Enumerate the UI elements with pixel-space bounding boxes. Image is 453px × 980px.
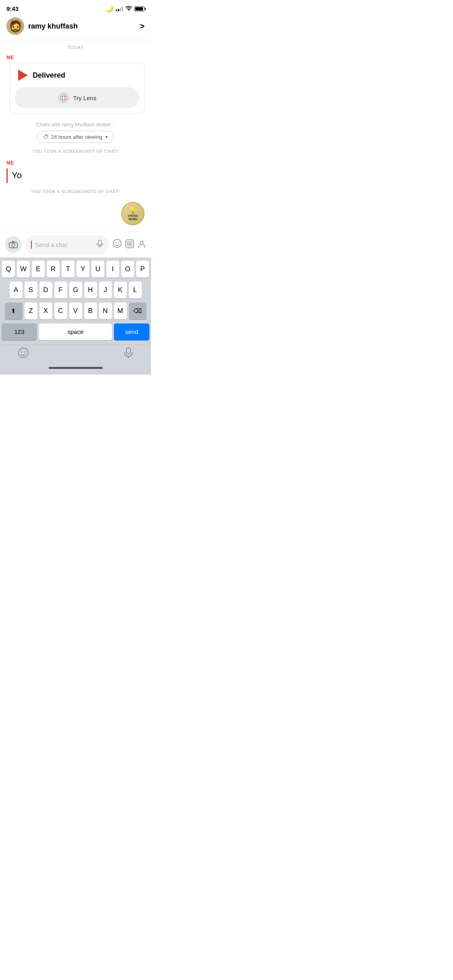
status-bar: 9:43 🌙 [0,0,151,14]
svg-point-4 [62,99,62,99]
text-cursor [31,241,32,249]
snap-card[interactable]: Delivered Try Lens [10,63,145,113]
svg-point-21 [25,351,26,352]
key-t[interactable]: T [62,261,74,278]
camera-icon [9,241,18,248]
key-b[interactable]: B [84,303,97,319]
key-e[interactable]: E [32,261,45,278]
key-p[interactable]: P [136,261,149,278]
contact-name[interactable]: ramy khuffash [28,22,140,31]
keyboard-row-2: A S D F G H J K L [2,282,149,299]
key-space[interactable]: space [39,323,112,340]
me-label-chat: ME [0,159,151,167]
key-h[interactable]: H [84,282,97,299]
header-chevron-right-icon[interactable]: > [140,22,145,31]
key-s[interactable]: S [25,282,37,299]
input-bar: Send a chat [0,232,151,257]
key-c[interactable]: C [54,303,67,319]
svg-point-19 [19,348,28,358]
svg-point-20 [21,351,22,352]
svg-rect-22 [126,348,130,354]
chat-input-placeholder: Send a chat [35,241,93,248]
camera-button[interactable] [5,236,22,253]
mic-button[interactable] [97,240,103,250]
play-icon [18,70,28,81]
keyboard-dictation-button[interactable] [124,347,133,361]
delivered-text: Delivered [33,71,65,80]
svg-point-12 [118,242,119,243]
svg-point-18 [140,241,143,244]
moon-icon: 🌙 [105,5,114,12]
chat-input-field[interactable]: Send a chat [25,235,109,254]
lens-icon [58,92,69,103]
key-f[interactable]: F [54,282,67,299]
keyboard-row-1: Q W E R T Y U I O P [2,261,149,278]
battery-icon [134,6,145,11]
emoji-button[interactable] [112,239,122,251]
svg-point-10 [113,239,121,247]
svg-rect-16 [127,244,129,246]
svg-rect-17 [130,244,132,246]
key-l[interactable]: L [129,282,142,299]
key-g[interactable]: G [69,282,82,299]
wifi-icon [126,6,132,12]
svg-point-2 [62,96,62,97]
svg-point-11 [115,242,116,243]
keyboard-row-3: ⬆ Z X C V B N M ⌫ [2,303,149,319]
key-i[interactable]: I [106,261,119,278]
home-bar [49,367,103,369]
chat-message-yo: Yo [0,167,151,185]
keyboard-row-4: 123 space send [2,323,149,340]
crossword-sticker[interactable]: 💡 CROSSWORD [121,202,145,225]
key-k[interactable]: K [114,282,127,299]
key-numbers[interactable]: 123 [2,323,37,340]
key-j[interactable]: J [99,282,112,299]
key-n[interactable]: N [99,303,112,319]
svg-rect-13 [126,240,134,248]
red-bar-indicator [6,168,8,183]
chat-area: TODAY ME Delivered Try Lens Chats wi [0,40,151,232]
key-v[interactable]: V [69,303,82,319]
stickers-button[interactable] [125,239,134,250]
keyboard: Q W E R T Y U I O P A S D F G H J K L ⬆ … [0,257,151,375]
svg-point-1 [62,97,65,99]
key-y[interactable]: Y [77,261,89,278]
key-backspace[interactable]: ⌫ [129,303,147,319]
signal-icon [116,6,123,11]
keyboard-bottom-bar [2,344,149,364]
try-lens-button[interactable]: Try Lens [15,87,139,108]
key-u[interactable]: U [91,261,104,278]
clock-icon: ⏱ [43,134,49,140]
home-indicator [2,364,149,373]
key-o[interactable]: O [121,261,134,278]
svg-rect-15 [130,241,132,243]
timer-label: 24 hours after viewing [51,134,102,140]
try-lens-text: Try Lens [73,95,97,101]
key-q[interactable]: Q [2,261,15,278]
snap-delivered-row: Delivered [10,63,144,87]
status-icons: 🌙 [105,5,145,12]
key-d[interactable]: D [39,282,52,299]
chat-message-text: Yo [12,168,22,183]
chat-header: 🧔 ramy khuffash > [0,14,151,40]
chevron-down-icon: ▾ [105,134,108,140]
key-send[interactable]: send [114,323,149,340]
sticker-bulb-icon: 💡 [129,206,137,214]
delete-notice-text: Chats with ramy khuffash delete... [8,121,143,128]
delete-notice: Chats with ramy khuffash delete... ⏱ 24 … [0,115,151,144]
key-z[interactable]: Z [25,303,37,319]
key-w[interactable]: W [17,261,30,278]
me-label-snap: ME [0,53,151,61]
key-shift[interactable]: ⬆ [5,303,23,319]
key-r[interactable]: R [47,261,60,278]
key-m[interactable]: M [114,303,127,319]
sticker-area: 💡 CROSSWORD [0,199,151,229]
keyboard-emoji-button[interactable] [18,347,29,361]
bitmoji-button[interactable] [137,239,146,250]
key-a[interactable]: A [10,282,23,299]
avatar[interactable]: 🧔 [6,17,24,35]
key-x[interactable]: X [39,303,52,319]
date-divider: TODAY [0,40,151,53]
svg-point-3 [64,96,65,97]
delete-timer-button[interactable]: ⏱ 24 hours after viewing ▾ [37,131,114,143]
